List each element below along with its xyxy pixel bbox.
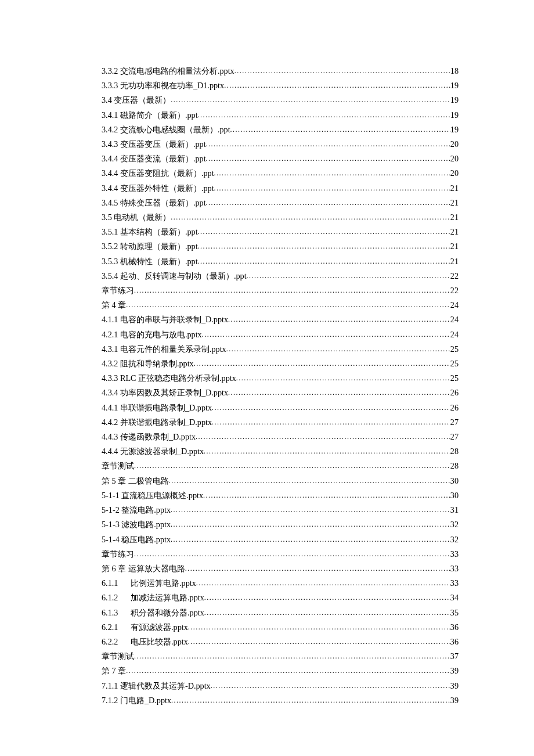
toc-entry[interactable]: 6.1.2加减法运算电路.pptx34 (102, 591, 459, 605)
toc-entry[interactable]: 3.4.1 磁路简介（最新）.ppt19 (102, 108, 459, 123)
toc-entry[interactable]: 4.3.2 阻抗和导纳录制.pptx25 (102, 357, 459, 371)
toc-page-number: 26 (450, 386, 459, 399)
toc-entry[interactable]: 第 5 章 二极管电路30 (102, 474, 459, 488)
toc-title: 章节测试 (102, 649, 134, 663)
toc-page-number: 27 (450, 415, 459, 429)
toc-leader-dots (194, 357, 450, 370)
toc-leader-dots (196, 430, 450, 444)
toc-entry[interactable]: 第 6 章 运算放大器电路33 (102, 561, 459, 576)
toc-entry[interactable]: 5-1-2 整流电路.pptx31 (102, 503, 459, 517)
toc-entry[interactable]: 章节练习33 (102, 547, 459, 561)
toc-entry[interactable]: 3.4.2 交流铁心电感线圈（最新）.ppt19 (102, 123, 459, 137)
toc-entry[interactable]: 章节练习22 (102, 283, 459, 298)
toc-entry[interactable]: 第 4 章24 (102, 298, 459, 312)
toc-title: 4.4.4 无源滤波器录制_D.pptx (102, 444, 204, 458)
toc-page-number: 21 (450, 239, 459, 253)
toc-entry[interactable]: 4.4.4 无源滤波器录制_D.pptx28 (102, 444, 459, 459)
toc-leader-dots (212, 415, 450, 429)
toc-title: 3.5.3 机械特性（最新）.ppt (102, 254, 198, 268)
toc-entry[interactable]: 6.2.2电压比较器.pptx36 (102, 635, 459, 649)
toc-page-number: 24 (450, 312, 459, 326)
toc-title: 3.4.3 变压器变压（最新）.ppt (102, 137, 206, 151)
toc-entry[interactable]: 章节测试28 (102, 459, 459, 473)
toc-entry[interactable]: 3.5 电动机（最新）21 (102, 210, 459, 225)
toc-entry[interactable]: 3.4.4 变压器变阻抗（最新）.ppt20 (102, 166, 459, 181)
toc-title: 3.5 电动机（最新） (102, 210, 171, 224)
toc-entry[interactable]: 5-1-3 滤波电路.pptx32 (102, 517, 459, 532)
toc-title: 3.4 变压器（最新） (102, 93, 171, 107)
toc-title: 7.1.2 门电路_D.pptx (102, 693, 171, 707)
toc-page-number: 31 (450, 503, 459, 517)
toc-leader-dots (214, 181, 450, 195)
toc-leader-dots (188, 620, 450, 634)
toc-leader-dots (206, 152, 450, 165)
toc-title: 4.2.1 电容的充电与放电.pptx (102, 327, 202, 341)
toc-entry[interactable]: 6.1.3积分器和微分器.pptx35 (102, 606, 459, 620)
toc-entry[interactable]: 3.3.2 交流电感电路的相量法分析.pptx18 (102, 64, 459, 78)
toc-leader-dots (228, 386, 450, 399)
toc-title: 有源滤波器.pptx (131, 620, 188, 634)
toc-title: 3.4.5 特殊变压器（最新）.ppt (102, 196, 206, 210)
toc-page-number: 34 (450, 591, 459, 604)
toc-entry[interactable]: 3.3.3 无功功率和视在功率_D1.pptx19 (102, 78, 459, 93)
toc-title: 4.4.1 串联谐振电路录制_D.pptx (102, 401, 212, 415)
toc-entry[interactable]: 4.2.1 电容的充电与放电.pptx24 (102, 327, 459, 342)
toc-title: 3.3.2 交流电感电路的相量法分析.pptx (102, 64, 234, 78)
toc-entry[interactable]: 3.5.4 起动、反转调速与制动（最新）.ppt22 (102, 269, 459, 283)
toc-entry[interactable]: 6.2.1有源滤波器.pptx36 (102, 620, 459, 635)
toc-page-number: 21 (450, 210, 459, 224)
toc-entry[interactable]: 3.5.1 基本结构（最新）.ppt21 (102, 225, 459, 239)
toc-entry[interactable]: 5-1-1 直流稳压电源概述.pptx30 (102, 488, 459, 503)
toc-title: 4.3.3 RLC 正弦稳态电路分析录制.pptx (102, 371, 236, 385)
toc-leader-dots (202, 327, 450, 341)
toc-page-number: 32 (450, 517, 459, 531)
toc-entry[interactable]: 3.5.3 机械特性（最新）.ppt21 (102, 254, 459, 269)
toc-page-number: 21 (450, 225, 459, 239)
toc-entry[interactable]: 3.4.4 变压器外特性（最新）.ppt21 (102, 181, 459, 196)
toc-page-number: 19 (450, 108, 459, 122)
toc-entry[interactable]: 4.4.2 并联谐振电路录制_D.pptx27 (102, 415, 459, 430)
toc-entry[interactable]: 3.4 变压器（最新）19 (102, 93, 459, 107)
toc-entry[interactable]: 4.1.1 电容的串联与并联录制_D.pptx24 (102, 312, 459, 327)
toc-leader-dots (212, 401, 450, 415)
toc-entry[interactable]: 章节测试37 (102, 649, 459, 664)
toc-entry[interactable]: 3.4.5 特殊变压器（最新）.ppt21 (102, 196, 459, 210)
toc-page-number: 20 (450, 152, 459, 165)
toc-entry[interactable]: 4.3.3 RLC 正弦稳态电路分析录制.pptx25 (102, 371, 459, 386)
toc-entry[interactable]: 4.3.4 功率因数及其矫正录制_D.pptx26 (102, 386, 459, 400)
toc-title: 5-1-4 稳压电路.pptx (102, 532, 171, 546)
toc-entry[interactable]: 3.4.3 变压器变压（最新）.ppt20 (102, 137, 459, 152)
toc-entry[interactable]: 6.1.1比例运算电路.pptx33 (102, 576, 459, 591)
toc-entry[interactable]: 3.5.2 转动原理（最新）.ppt21 (102, 239, 459, 254)
toc-title: 比例运算电路.pptx (131, 576, 196, 590)
toc-entry[interactable]: 第 7 章39 (102, 664, 459, 678)
toc-entry[interactable]: 3.4.4 变压器变流（最新）.ppt20 (102, 152, 459, 166)
toc-title: 5-1-1 直流稳压电源概述.pptx (102, 488, 203, 502)
toc-leader-dots (204, 606, 450, 620)
toc-title: 4.4.3 传递函数录制_D.pptx (102, 430, 196, 444)
toc-leader-dots (203, 488, 450, 502)
toc-page-number: 32 (450, 532, 459, 546)
table-of-contents: 3.3.2 交流电感电路的相量法分析.pptx183.3.3 无功功率和视在功率… (102, 64, 459, 708)
toc-entry[interactable]: 4.4.3 传递函数录制_D.pptx27 (102, 430, 459, 444)
toc-leader-dots (171, 210, 450, 224)
toc-leader-dots (198, 225, 450, 239)
toc-leader-dots (134, 459, 450, 473)
toc-leader-dots (234, 64, 450, 78)
toc-entry[interactable]: 4.3.1 电容元件的相量关系录制.pptx25 (102, 342, 459, 357)
toc-entry[interactable]: 5-1-4 稳压电路.pptx32 (102, 532, 459, 547)
toc-title: 章节练习 (102, 547, 134, 561)
toc-leader-dots (126, 664, 450, 678)
toc-title: 4.4.2 并联谐振电路录制_D.pptx (102, 415, 212, 429)
toc-title: 4.1.1 电容的串联与并联录制_D.pptx (102, 312, 228, 326)
toc-entry[interactable]: 4.4.1 串联谐振电路录制_D.pptx26 (102, 401, 459, 415)
toc-page-number: 39 (450, 664, 459, 678)
toc-entry[interactable]: 7.1.1 逻辑代数及其运算-D.pptx39 (102, 679, 459, 693)
toc-leader-dots (171, 517, 450, 531)
toc-leader-dots (134, 547, 450, 561)
toc-leader-dots (171, 93, 450, 107)
toc-title: 3.4.2 交流铁心电感线圈（最新）.ppt (102, 123, 230, 136)
toc-entry[interactable]: 7.1.2 门电路_D.pptx39 (102, 693, 459, 708)
toc-title: 3.5.1 基本结构（最新）.ppt (102, 225, 198, 239)
toc-leader-dots (171, 503, 450, 517)
